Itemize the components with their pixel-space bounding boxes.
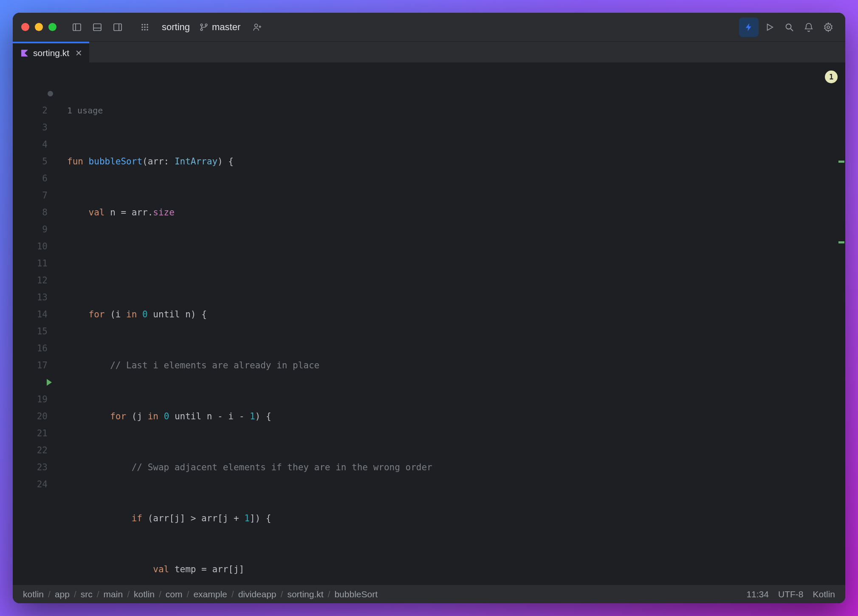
line-number[interactable] xyxy=(13,85,63,102)
grid-icon[interactable] xyxy=(136,19,153,36)
code-line[interactable]: for (j in 0 until n - i - 1) { xyxy=(63,408,845,425)
editor-tabs: sorting.kt ✕ xyxy=(13,42,845,63)
window-controls xyxy=(21,23,56,31)
gutter: 2 3 4 5 6 7 8 9 10 11 12 13 14 15 16 17 … xyxy=(13,63,63,585)
kotlin-file-icon xyxy=(20,49,29,57)
breakpoint-dot[interactable] xyxy=(48,91,53,96)
ai-assistant-icon[interactable] xyxy=(739,17,759,37)
line-number[interactable]: 24 xyxy=(13,476,63,493)
project-name[interactable]: sorting xyxy=(162,22,190,33)
tab-filename: sorting.kt xyxy=(33,48,69,58)
line-number[interactable]: 19 xyxy=(13,391,63,408)
statusbar: kotlin/ app/ src/ main/ kotlin/ com/ exa… xyxy=(13,585,845,603)
svg-point-11 xyxy=(147,26,148,28)
line-number[interactable]: 11 xyxy=(13,255,63,272)
titlebar: sorting master xyxy=(13,13,845,42)
notifications-icon[interactable] xyxy=(800,19,817,36)
settings-icon[interactable] xyxy=(820,19,837,36)
crumb[interactable]: example xyxy=(193,589,227,599)
crumb[interactable]: bubbleSort xyxy=(334,589,378,599)
run-icon[interactable] xyxy=(761,19,778,36)
line-number[interactable]: 2 xyxy=(13,102,63,119)
svg-point-23 xyxy=(827,26,830,28)
code-line[interactable] xyxy=(63,255,845,272)
line-number[interactable]: 22 xyxy=(13,442,63,459)
svg-point-17 xyxy=(200,28,203,31)
search-icon[interactable] xyxy=(781,19,798,36)
cursor-position[interactable]: 11:34 xyxy=(746,589,769,599)
usage-hint[interactable]: 1 usage xyxy=(63,102,845,119)
svg-point-9 xyxy=(141,26,143,28)
minimap-marks xyxy=(838,63,845,585)
maximize-window[interactable] xyxy=(48,23,56,31)
code-line[interactable]: // Swap adjacent elements if they are in… xyxy=(63,459,845,476)
svg-point-7 xyxy=(144,24,146,25)
panel-left-icon[interactable] xyxy=(68,19,85,36)
svg-point-13 xyxy=(144,29,146,31)
line-number[interactable]: 6 xyxy=(13,170,63,187)
line-number[interactable]: 9 xyxy=(13,221,63,238)
file-language[interactable]: Kotlin xyxy=(813,589,835,599)
line-number[interactable]: 16 xyxy=(13,340,63,357)
breadcrumbs[interactable]: kotlin/ app/ src/ main/ kotlin/ com/ exa… xyxy=(23,589,378,599)
close-window[interactable] xyxy=(21,23,29,31)
editor: 2 3 4 5 6 7 8 9 10 11 12 13 14 15 16 17 … xyxy=(13,63,845,585)
code-line[interactable]: val temp = arr[j] xyxy=(63,561,845,578)
svg-point-14 xyxy=(147,29,148,31)
close-tab-icon[interactable]: ✕ xyxy=(75,48,82,58)
branch-name: master xyxy=(212,22,240,33)
svg-point-16 xyxy=(205,24,207,26)
crumb[interactable]: divideapp xyxy=(238,589,277,599)
line-number[interactable]: 14 xyxy=(13,306,63,323)
crumb[interactable]: kotlin xyxy=(134,589,155,599)
svg-point-10 xyxy=(144,26,146,28)
svg-rect-2 xyxy=(93,24,101,31)
editor-tab[interactable]: sorting.kt ✕ xyxy=(13,42,89,62)
crumb[interactable]: kotlin xyxy=(23,589,44,599)
line-number[interactable]: 21 xyxy=(13,425,63,442)
ide-window: sorting master xyxy=(13,13,845,603)
svg-point-8 xyxy=(147,24,148,25)
code-area[interactable]: 1 usage fun bubbleSort(arr: IntArray) { … xyxy=(63,63,845,585)
crumb[interactable]: sorting.kt xyxy=(287,589,323,599)
svg-point-6 xyxy=(141,24,143,25)
svg-rect-4 xyxy=(114,24,121,31)
line-number[interactable]: 20 xyxy=(13,408,63,425)
crumb[interactable]: main xyxy=(104,589,123,599)
line-number[interactable]: 5 xyxy=(13,153,63,170)
code-line[interactable]: if (arr[j] > arr[j + 1]) { xyxy=(63,510,845,527)
add-user-icon[interactable] xyxy=(249,19,266,36)
run-gutter-icon[interactable] xyxy=(46,379,53,386)
warnings-badge[interactable]: 1 xyxy=(825,71,838,83)
code-line[interactable]: fun bubbleSort(arr: IntArray) { xyxy=(63,153,845,170)
svg-rect-0 xyxy=(73,24,81,31)
panel-bottom-icon[interactable] xyxy=(89,19,106,36)
line-number[interactable]: 17 xyxy=(13,357,63,374)
panel-right-icon[interactable] xyxy=(109,19,126,36)
svg-point-12 xyxy=(141,29,143,31)
svg-line-22 xyxy=(791,28,793,31)
code-line[interactable]: val n = arr.size xyxy=(63,204,845,221)
file-encoding[interactable]: UTF-8 xyxy=(778,589,804,599)
line-number[interactable]: 8 xyxy=(13,204,63,221)
svg-point-21 xyxy=(786,24,791,29)
code-line[interactable]: // Last i elements are already in place xyxy=(63,357,845,374)
line-number[interactable]: 15 xyxy=(13,323,63,340)
line-number[interactable]: 3 xyxy=(13,119,63,136)
crumb[interactable]: com xyxy=(166,589,183,599)
crumb[interactable]: app xyxy=(55,589,70,599)
line-number[interactable]: 4 xyxy=(13,136,63,153)
line-number[interactable] xyxy=(13,374,63,391)
svg-point-15 xyxy=(200,24,203,26)
line-number[interactable]: 13 xyxy=(13,289,63,306)
code-line[interactable]: for (i in 0 until n) { xyxy=(63,306,845,323)
vcs-branch[interactable]: master xyxy=(199,22,240,33)
line-number[interactable]: 7 xyxy=(13,187,63,204)
line-number[interactable]: 10 xyxy=(13,238,63,255)
crumb[interactable]: src xyxy=(81,589,93,599)
branch-icon xyxy=(199,23,209,32)
line-number[interactable]: 23 xyxy=(13,459,63,476)
svg-point-18 xyxy=(255,24,258,27)
line-number[interactable]: 12 xyxy=(13,272,63,289)
minimize-window[interactable] xyxy=(35,23,43,31)
